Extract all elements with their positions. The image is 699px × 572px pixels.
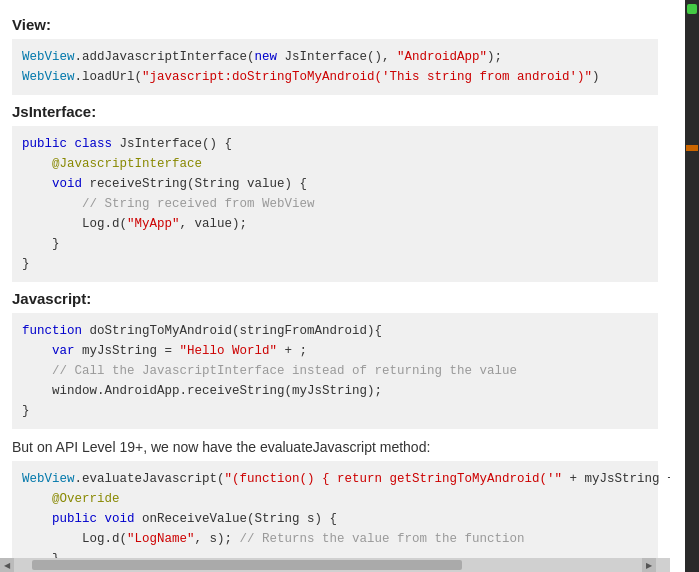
green-indicator <box>687 4 697 14</box>
bottom-scrollbar-thumb[interactable] <box>32 560 462 570</box>
bottom-scrollbar[interactable]: ◀ ▶ <box>0 558 670 572</box>
view-code: WebView.addJavascriptInterface(new JsInt… <box>12 39 658 95</box>
view-heading: View: <box>12 16 658 33</box>
scroll-right-arrow[interactable]: ▶ <box>642 558 656 572</box>
view-section: View: WebView.addJavascriptInterface(new… <box>12 16 658 95</box>
prose-text: But on API Level 19+, we now have the ev… <box>12 439 658 455</box>
jsinterface-section: JsInterface: public class JsInterface() … <box>12 103 658 282</box>
jsinterface-heading: JsInterface: <box>12 103 658 120</box>
javascript-heading: Javascript: <box>12 290 658 307</box>
scroll-left-arrow[interactable]: ◀ <box>0 558 14 572</box>
main-content: View: WebView.addJavascriptInterface(new… <box>0 0 670 572</box>
javascript-section: Javascript: function doStringToMyAndroid… <box>12 290 658 429</box>
sidebar-indicator <box>686 145 698 151</box>
right-sidebar <box>685 0 699 572</box>
bottom-code: WebView.evaluateJavascript("(function() … <box>12 461 658 572</box>
jsinterface-code: public class JsInterface() { @Javascript… <box>12 126 658 282</box>
javascript-code: function doStringToMyAndroid(stringFromA… <box>12 313 658 429</box>
